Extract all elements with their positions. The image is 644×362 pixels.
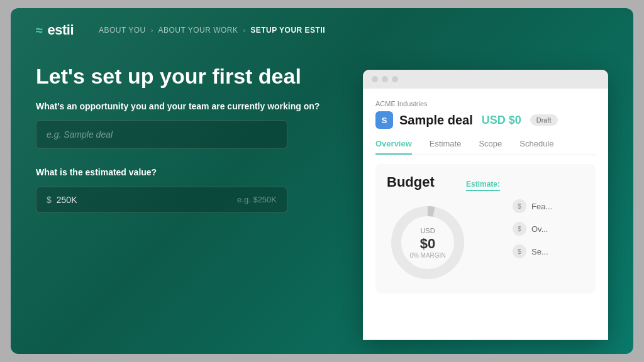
- currency-symbol: $: [47, 195, 52, 205]
- main-content: Let's set up your first deal What's an o…: [11, 38, 633, 340]
- donut-text: USD $0 0% MARGIN: [409, 227, 445, 259]
- line-icon-2: $: [513, 222, 526, 236]
- deal-header: S Sample deal USD $0 Draft: [375, 111, 596, 129]
- deal-status-badge: Draft: [530, 114, 558, 126]
- budget-title: Budget: [387, 174, 435, 190]
- deal-icon: S: [375, 111, 393, 129]
- donut-amount: $0: [409, 236, 445, 252]
- donut-chart: USD $0 0% MARGIN: [387, 202, 469, 283]
- deal-tabs: Overview Estimate Scope Schedule: [375, 139, 596, 155]
- deal-name-input[interactable]: e.g. Sample deal: [36, 120, 287, 149]
- preview-panel: ACME Industries S Sample deal USD $0 Dra…: [363, 70, 608, 340]
- line-icon-1: $: [513, 199, 526, 213]
- app-container: ≈ estii ABOUT YOU › ABOUT YOUR WORK › SE…: [11, 8, 633, 354]
- budget-left-section: Budget Estimate: USD $0: [387, 174, 500, 283]
- line-item-2: $ Ov...: [513, 222, 584, 236]
- breadcrumb-about-work[interactable]: ABOUT YOUR WORK: [158, 26, 238, 35]
- donut-currency: USD: [409, 227, 445, 234]
- browser-bar: [363, 70, 608, 89]
- tab-estimate[interactable]: Estimate: [430, 139, 462, 155]
- budget-value: 250K: [57, 195, 77, 205]
- logo: ≈ estii: [36, 22, 74, 38]
- deal-name: Sample deal: [399, 113, 473, 128]
- breadcrumb-sep-1: ›: [151, 26, 153, 34]
- left-panel: Let's set up your first deal What's an o…: [36, 63, 338, 340]
- budget-tab-label: Estimate:: [466, 180, 500, 191]
- donut-margin: 0% MARGIN: [409, 252, 445, 259]
- budget-placeholder: e.g. $250K: [237, 195, 277, 204]
- browser-content: ACME Industries S Sample deal USD $0 Dra…: [363, 89, 608, 339]
- page-title: Let's set up your first deal: [36, 63, 338, 89]
- logo-icon: ≈: [36, 23, 42, 38]
- line-item-1: $ Fea...: [513, 199, 584, 213]
- logo-text: estii: [47, 22, 74, 38]
- breadcrumb-sep-2: ›: [243, 26, 246, 34]
- budget-input[interactable]: $ 250K e.g. $250K: [36, 187, 287, 213]
- tab-overview[interactable]: Overview: [375, 139, 412, 155]
- header: ≈ estii ABOUT YOU › ABOUT YOUR WORK › SE…: [11, 8, 633, 38]
- breadcrumb-setup[interactable]: SETUP YOUR ESTII: [250, 26, 325, 35]
- line-label-2: Ov...: [531, 224, 548, 234]
- tab-scope[interactable]: Scope: [479, 139, 502, 155]
- line-icon-3: $: [513, 244, 526, 258]
- line-item-3: $ Se...: [513, 244, 584, 258]
- browser-dot-1: [372, 76, 378, 82]
- q1-label: What's an opportunity you and your team …: [36, 101, 338, 113]
- line-label-3: Se...: [531, 247, 548, 256]
- budget-input-left: $ 250K: [47, 195, 77, 205]
- budget-section: Budget Estimate: USD $0: [375, 164, 596, 293]
- line-label-1: Fea...: [531, 202, 552, 211]
- q2-label: What is the estimated value?: [36, 167, 338, 179]
- breadcrumb-about-you[interactable]: ABOUT YOU: [99, 26, 146, 35]
- browser-dot-2: [382, 76, 388, 82]
- tab-schedule[interactable]: Schedule: [519, 139, 553, 155]
- deal-amount: USD $0: [482, 114, 521, 127]
- deal-company: ACME Industries: [375, 100, 596, 107]
- budget-right-section: $ Fea... $ Ov... $ Se...: [513, 174, 584, 267]
- breadcrumb: ABOUT YOU › ABOUT YOUR WORK › SETUP YOUR…: [99, 26, 325, 35]
- browser-dot-3: [392, 76, 398, 82]
